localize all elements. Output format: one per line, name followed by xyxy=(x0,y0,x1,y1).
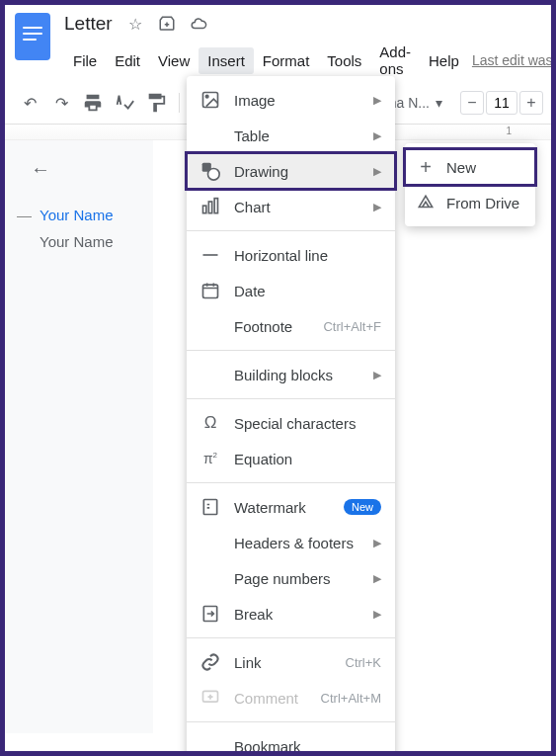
insert-watermark[interactable]: WatermarkNew xyxy=(187,489,395,525)
menu-item-label: Date xyxy=(234,283,381,299)
submenu-arrow-icon: ▶ xyxy=(373,369,381,381)
insert-special-characters[interactable]: ΩSpecial characters xyxy=(187,405,395,441)
insert-chart[interactable]: Chart▶ xyxy=(187,189,395,224)
outline-text-item[interactable]: — Your Name xyxy=(17,233,141,250)
menu-help[interactable]: Help xyxy=(420,47,468,74)
new-badge: New xyxy=(344,499,381,515)
menu-divider xyxy=(187,482,395,483)
submenu-arrow-icon: ▶ xyxy=(373,165,381,178)
decrease-fontsize-button[interactable]: − xyxy=(460,91,484,115)
insert-building-blocks[interactable]: Building blocks▶ xyxy=(187,357,395,392)
menu-item-label: Page numbers xyxy=(234,570,365,587)
insert-headers-footers[interactable]: Headers & footers▶ xyxy=(187,525,395,560)
insert-comment: CommentCtrl+Alt+M xyxy=(187,680,395,715)
menu-file[interactable]: File xyxy=(64,47,106,74)
svg-point-1 xyxy=(205,95,208,98)
insert-bookmark[interactable]: Bookmark xyxy=(187,728,395,756)
drawing-icon xyxy=(200,161,220,181)
insert-link[interactable]: LinkCtrl+K xyxy=(187,644,395,680)
hline-icon xyxy=(200,245,220,265)
break-icon xyxy=(200,604,220,624)
blank-icon xyxy=(200,736,220,756)
submenu-arrow-icon: ▶ xyxy=(373,201,381,213)
menu-item-label: Chart xyxy=(234,199,365,215)
insert-page-numbers[interactable]: Page numbers▶ xyxy=(187,560,395,596)
menu-divider xyxy=(187,230,395,231)
menu-item-label: Footnote xyxy=(234,318,323,335)
font-family-select[interactable]: na N...▾ xyxy=(389,95,442,111)
menu-insert[interactable]: Insert xyxy=(199,47,254,74)
submenu-arrow-icon: ▶ xyxy=(373,572,381,585)
submenu-arrow-icon: ▶ xyxy=(373,537,381,549)
shortcut-label: Ctrl+Alt+F xyxy=(323,319,381,334)
menu-format[interactable]: Format xyxy=(254,47,319,74)
menu-view[interactable]: View xyxy=(149,47,199,74)
drawing-new[interactable]: +New xyxy=(405,149,535,185)
fontsize-input[interactable] xyxy=(486,91,517,115)
insert-date[interactable]: Date xyxy=(187,273,395,308)
blank-icon xyxy=(200,533,220,552)
menu-item-label: Drawing xyxy=(234,163,365,180)
submenu-arrow-icon: ▶ xyxy=(373,129,381,142)
shortcut-label: Ctrl+K xyxy=(346,655,381,670)
insert-drawing[interactable]: Drawing▶ xyxy=(187,153,395,189)
menu-item-label: Special characters xyxy=(234,415,381,432)
insert-equation[interactable]: π2Equation xyxy=(187,441,395,476)
menu-divider xyxy=(187,637,395,638)
drawing-submenu: +NewFrom Drive xyxy=(405,143,535,226)
document-title[interactable]: Letter xyxy=(64,13,113,35)
insert-break[interactable]: Break▶ xyxy=(187,596,395,631)
omega-icon: Ω xyxy=(200,413,220,433)
shortcut-label: Ctrl+Alt+M xyxy=(321,691,381,706)
print-button[interactable] xyxy=(82,92,104,114)
blank-icon xyxy=(200,568,220,588)
svg-rect-7 xyxy=(203,285,218,297)
insert-table[interactable]: Table▶ xyxy=(187,118,395,153)
svg-rect-4 xyxy=(203,206,206,213)
menu-item-label: Comment xyxy=(234,690,321,707)
menu-tools[interactable]: Tools xyxy=(318,47,370,74)
svg-point-3 xyxy=(208,169,220,181)
insert-menu-dropdown: Image▶Table▶Drawing▶Chart▶Horizontal lin… xyxy=(187,76,395,756)
menu-divider xyxy=(187,398,395,399)
docs-logo-icon[interactable] xyxy=(15,13,50,60)
move-icon[interactable] xyxy=(158,15,176,33)
drawing-from-drive[interactable]: From Drive xyxy=(405,185,535,220)
date-icon xyxy=(200,281,220,300)
undo-button[interactable]: ↶ xyxy=(19,92,40,114)
image-icon xyxy=(200,90,220,110)
blank-icon xyxy=(200,126,220,145)
title-bar: Letter ☆ FileEditViewInsertFormatToolsAd… xyxy=(5,5,551,82)
cloud-status-icon[interactable] xyxy=(190,15,207,33)
increase-fontsize-button[interactable]: + xyxy=(519,91,543,115)
insert-footnote[interactable]: FootnoteCtrl+Alt+F xyxy=(187,308,395,344)
paint-format-button[interactable] xyxy=(145,92,167,114)
redo-button[interactable]: ↷ xyxy=(50,92,72,114)
outline-back-icon[interactable]: ← xyxy=(31,158,141,181)
plus-icon: + xyxy=(417,158,435,176)
insert-image[interactable]: Image▶ xyxy=(187,82,395,118)
outline-heading-item[interactable]: — Your Name xyxy=(17,207,141,223)
svg-rect-8 xyxy=(203,500,216,515)
blank-icon xyxy=(200,365,220,384)
pi-icon: π2 xyxy=(200,449,220,468)
svg-rect-6 xyxy=(214,199,217,213)
menu-item-label: Link xyxy=(234,654,346,671)
star-icon[interactable]: ☆ xyxy=(126,15,144,33)
submenu-arrow-icon: ▶ xyxy=(373,608,381,621)
insert-horizontal-line[interactable]: Horizontal line xyxy=(187,237,395,273)
spellcheck-button[interactable] xyxy=(114,92,135,114)
menu-item-label: Bookmark xyxy=(234,738,381,755)
menu-item-label: Horizontal line xyxy=(234,247,381,264)
watermark-icon xyxy=(200,497,220,517)
last-edit-link[interactable]: Last edit was 3 xyxy=(468,47,556,73)
menu-item-label: Break xyxy=(234,606,365,623)
drive-icon xyxy=(417,194,435,211)
menu-item-label: Watermark xyxy=(234,499,344,516)
menu-item-label: Equation xyxy=(234,451,381,467)
menu-item-label: Image xyxy=(234,92,365,109)
blank-icon xyxy=(200,316,220,336)
menu-edit[interactable]: Edit xyxy=(106,47,149,74)
menu-divider xyxy=(187,721,395,722)
menu-item-label: Building blocks xyxy=(234,367,365,383)
